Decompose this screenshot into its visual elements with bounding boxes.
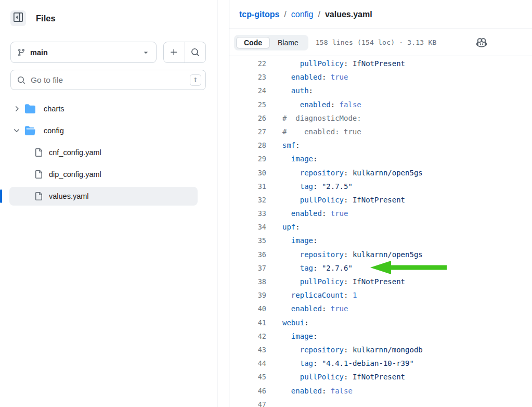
tree-item-cnf-config-yaml[interactable]: cnf_config.yaml xyxy=(9,143,198,162)
line-number[interactable]: 34 xyxy=(229,220,266,234)
code-line-41: 41webui: xyxy=(229,316,532,329)
line-number[interactable]: 42 xyxy=(229,329,266,343)
line-number[interactable]: 37 xyxy=(229,261,266,275)
line-content: enabled: false xyxy=(266,98,361,111)
current-branch-label: main xyxy=(30,48,48,57)
file-toolbar: CodeBlame 158 lines (154 loc) · 3.13 KB xyxy=(229,29,532,56)
copilot-button[interactable] xyxy=(476,37,487,48)
line-number[interactable]: 31 xyxy=(229,180,266,193)
code-line-25: 25 enabled: false xyxy=(229,98,532,111)
line-number[interactable]: 39 xyxy=(229,288,266,302)
go-to-file-box: t xyxy=(10,70,206,90)
file-tree: chartsconfigcnf_config.yamldip_config.ya… xyxy=(0,99,208,209)
code-line-43: 43 repository: kulkarnn/mongodb xyxy=(229,343,532,357)
code-line-32: 32 pullPolicy: IfNotPresent xyxy=(229,193,532,207)
line-content: repository: kulkarnn/open5gs xyxy=(266,166,423,180)
line-number[interactable]: 29 xyxy=(229,152,266,166)
sidebar-collapse-icon xyxy=(14,12,23,24)
line-content: enabled: true xyxy=(266,70,348,84)
breadcrumb-separator: / xyxy=(318,10,320,19)
code-blame-switch: CodeBlame xyxy=(234,35,308,50)
line-content: pullPolicy: IfNotPresent xyxy=(266,57,405,70)
breadcrumb-link-tcp-gitops[interactable]: tcp-gitops xyxy=(239,10,279,19)
line-number[interactable]: 28 xyxy=(229,138,266,152)
line-content: tag: "4.4.1-debian-10-r39" xyxy=(266,357,414,370)
line-number[interactable]: 24 xyxy=(229,84,266,97)
line-number[interactable]: 44 xyxy=(229,357,266,370)
tree-item-config[interactable]: config xyxy=(9,121,198,140)
line-content: enabled: true xyxy=(266,302,348,315)
tab-blame[interactable]: Blame xyxy=(270,37,306,48)
line-number[interactable]: 27 xyxy=(229,125,266,138)
code-line-45: 45 pullPolicy: IfNotPresent xyxy=(229,370,532,384)
line-number[interactable]: 25 xyxy=(229,98,266,111)
line-number[interactable]: 38 xyxy=(229,275,266,288)
line-number[interactable]: 47 xyxy=(229,398,266,407)
breadcrumb-current-values-yaml: values.yaml xyxy=(325,10,372,19)
tree-item-label: values.yaml xyxy=(49,192,89,200)
code-line-27: 27# enabled: true xyxy=(229,125,532,138)
code-line-33: 33 enabled: true xyxy=(229,207,532,220)
code-line-38: 38 pullPolicy: IfNotPresent xyxy=(229,275,532,288)
code-line-39: 39 replicaCount: 1 xyxy=(229,288,532,302)
line-number[interactable]: 33 xyxy=(229,207,266,220)
chevron-down-icon xyxy=(142,48,150,56)
tree-item-charts[interactable]: charts xyxy=(9,99,198,118)
line-content: webui: xyxy=(266,316,309,329)
line-number[interactable]: 36 xyxy=(229,248,266,261)
breadcrumb-separator: / xyxy=(284,10,286,19)
line-number[interactable]: 46 xyxy=(229,384,266,398)
file-icon xyxy=(34,192,43,200)
line-content: tag: "2.7.5" xyxy=(266,180,353,193)
tab-code[interactable]: Code xyxy=(236,37,270,48)
line-number[interactable]: 32 xyxy=(229,193,266,207)
line-number[interactable]: 26 xyxy=(229,111,266,125)
code-line-28: 28smf: xyxy=(229,138,532,152)
chevron-down-icon xyxy=(12,126,21,135)
copilot-icon xyxy=(476,37,487,48)
go-to-file-input[interactable] xyxy=(31,75,190,85)
line-number[interactable]: 45 xyxy=(229,370,266,384)
github-code-view: Files main t chartsconfigcnf_config.yaml… xyxy=(0,0,532,407)
line-number[interactable]: 35 xyxy=(229,234,266,247)
code-line-35: 35 image: xyxy=(229,234,532,247)
line-number[interactable]: 41 xyxy=(229,316,266,329)
line-content: replicaCount: 1 xyxy=(266,288,357,302)
git-branch-icon xyxy=(17,48,25,57)
tree-item-dip-config-yaml[interactable]: dip_config.yaml xyxy=(9,165,198,184)
code-line-46: 46 enabled: false xyxy=(229,384,532,398)
tree-item-label: charts xyxy=(44,105,64,113)
line-content: repository: kulkarnn/open5gs xyxy=(266,248,423,261)
line-content: pullPolicy: IfNotPresent xyxy=(266,370,405,384)
line-number[interactable]: 43 xyxy=(229,343,266,357)
code-line-40: 40 enabled: true xyxy=(229,302,532,315)
line-content: smf: xyxy=(266,138,300,152)
line-number[interactable]: 30 xyxy=(229,166,266,180)
code-line-44: 44 tag: "4.4.1-debian-10-r39" xyxy=(229,357,532,370)
tree-item-label: cnf_config.yaml xyxy=(49,148,101,157)
line-content: pullPolicy: IfNotPresent xyxy=(266,193,405,207)
branch-selector[interactable]: main xyxy=(10,42,157,63)
code-line-30: 30 repository: kulkarnn/open5gs xyxy=(229,166,532,180)
tree-item-values-yaml[interactable]: values.yaml xyxy=(9,187,198,206)
line-content: pullPolicy: IfNotPresent xyxy=(266,275,405,288)
line-content xyxy=(266,398,282,407)
files-panel-title: Files xyxy=(36,14,56,23)
selected-indicator xyxy=(0,189,2,203)
code-line-26: 26# diagnosticMode: xyxy=(229,111,532,125)
folder-open-icon xyxy=(25,125,35,136)
search-tree-button[interactable] xyxy=(185,42,206,62)
code-line-24: 24 auth: xyxy=(229,84,532,97)
line-number[interactable]: 23 xyxy=(229,70,266,84)
line-content: enabled: true xyxy=(266,207,348,220)
new-file-button[interactable] xyxy=(164,42,185,62)
line-content: # enabled: true xyxy=(266,125,361,138)
line-number[interactable]: 22 xyxy=(229,57,266,70)
search-icon xyxy=(17,76,25,84)
line-content: # diagnosticMode: xyxy=(266,111,361,125)
line-number[interactable]: 40 xyxy=(229,302,266,315)
collapse-sidebar-button[interactable] xyxy=(10,10,26,26)
breadcrumb-link-config[interactable]: config xyxy=(291,10,314,19)
search-icon xyxy=(191,48,200,57)
code-line-23: 23 enabled: true xyxy=(229,70,532,84)
